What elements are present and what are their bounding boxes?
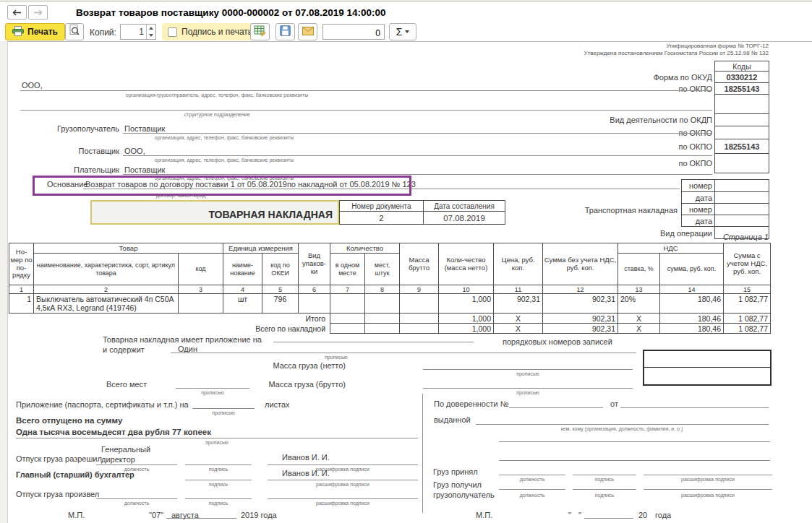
- underline: [171, 353, 636, 353]
- underline: [185, 480, 252, 480]
- underline: [20, 90, 712, 91]
- transport-date-label-cell: дата: [681, 215, 715, 227]
- transport-number-label-cell: номер: [681, 203, 715, 215]
- group-header-quantity: Количество: [330, 243, 400, 254]
- forward-button[interactable]: [28, 5, 48, 20]
- col-header-row-number: Но-мер по по-рядку: [9, 243, 34, 285]
- stamp-label: М.П.: [68, 511, 85, 519]
- dropdown-arrow-icon: [405, 30, 409, 33]
- quote-mark: ": [568, 511, 571, 519]
- copies-decrement-button[interactable]: [147, 32, 155, 39]
- year-value: 2019 года: [241, 511, 277, 519]
- payer-label: Плательщик: [14, 165, 119, 174]
- underline: [499, 460, 770, 461]
- mass-brutto-box: [644, 368, 770, 384]
- form-approval-note: Утверждена постановлением Госкомстата Ро…: [434, 50, 769, 56]
- save-button[interactable]: [275, 23, 295, 40]
- counter-field[interactable]: [322, 24, 385, 40]
- total-places-label: Всего мест: [106, 380, 147, 389]
- signature-name-caption: расшифровка подписи: [268, 501, 418, 506]
- sign-print-checkbox[interactable]: [168, 27, 177, 37]
- underline: [20, 110, 712, 111]
- empty-code-cell: [714, 94, 769, 114]
- underline: [499, 475, 565, 475]
- copies-label: Копий:: [90, 27, 116, 38]
- cell-row-number: 1: [9, 294, 34, 314]
- copies-stepper[interactable]: 1: [120, 24, 156, 40]
- annotation-highlight: [33, 176, 411, 196]
- doc-date-value-cell: 07.08.2019: [423, 211, 505, 225]
- signature-caption: подпись: [573, 493, 636, 498]
- contains-label: и содержит: [103, 345, 145, 354]
- okud-label: Форма по ОКУД: [506, 73, 712, 82]
- underline: [273, 342, 474, 342]
- underline: [573, 489, 636, 490]
- signature-caption: подпись: [185, 482, 252, 487]
- org-caption: организация, адрес, телефон, факс, банко…: [72, 135, 376, 140]
- underline: [268, 480, 418, 480]
- in-words-caption: прописью: [441, 371, 615, 376]
- year20-label: 20: [638, 511, 647, 519]
- email-button[interactable]: [298, 23, 317, 40]
- print-button[interactable]: Печать: [5, 23, 65, 40]
- cell-okei: 796: [262, 294, 299, 314]
- issued-label: выданной: [434, 415, 471, 424]
- okpo-label: по ОКПО: [506, 142, 712, 151]
- in-words-caption: прописью: [185, 410, 262, 415]
- forward-arrow-icon: [33, 6, 43, 19]
- back-arrow-icon: [12, 6, 22, 19]
- transport-number-value-cell: [714, 203, 769, 215]
- codes-header-cell: Коды: [714, 61, 769, 72]
- proxy-from-label: от: [610, 399, 618, 408]
- okpo-label: по ОКПО: [506, 85, 712, 93]
- supplier-label: Поставщик: [14, 147, 119, 155]
- doc-number-header-cell: Номер документа: [339, 200, 424, 212]
- col-header-okei: код по ОКЕИ: [262, 254, 299, 285]
- preview-button[interactable]: [65, 23, 84, 40]
- cell-quantity: 1,000: [439, 294, 494, 314]
- cell-total: 1 082,77: [724, 294, 771, 314]
- cell-vat-rate: 20%: [618, 294, 660, 314]
- cell-vat-amount: 180,46: [660, 294, 724, 314]
- division-caption: структурное подразделение: [29, 112, 405, 117]
- shipper-caption: организация-грузоотправитель, адрес, тел…: [29, 92, 405, 98]
- page-number: Страница 1: [680, 233, 769, 241]
- okpo-label: по ОКПО: [506, 159, 712, 168]
- underline: [476, 424, 769, 425]
- col-header-in-one-place: в одном месте: [330, 254, 365, 285]
- position-caption: должность: [499, 493, 565, 498]
- save-diskette-icon: [280, 25, 291, 39]
- sum-button[interactable]: Σ: [389, 23, 416, 40]
- total-in-words: Одна тысяча восемьдесят два рубля 77 коп…: [16, 428, 211, 436]
- sigma-label: Σ: [396, 26, 403, 38]
- date-label-cell: дата: [681, 191, 715, 204]
- document-title-box: ТОВАРНАЯ НАКЛАДНАЯ: [90, 200, 339, 225]
- number-value-cell: [714, 179, 769, 192]
- copies-value[interactable]: 1: [121, 25, 146, 39]
- underline: [573, 475, 636, 475]
- chief-accountant-label: Главный (старший) бухгалтер: [16, 470, 134, 479]
- window-edge: [0, 0, 812, 2]
- mass-boxes: [643, 350, 772, 386]
- okdp-label: Вид деятельности по ОКДП: [506, 116, 712, 124]
- supplier-value: ООО,: [124, 147, 145, 155]
- cargo-received-label: Груз получил грузополучатель: [433, 480, 504, 500]
- underline: [268, 498, 418, 499]
- group-header-vat: НДС: [618, 243, 724, 254]
- mass-brutto-label: Масса груза (брутто): [224, 380, 346, 389]
- form-type-note: Унифицированная форма № ТОРГ-12: [506, 43, 769, 49]
- signature-name-caption: расшифровка подписи: [268, 482, 418, 487]
- col-header-net-quantity: Коли-чество (масса нетто): [439, 243, 494, 285]
- print-button-label: Печать: [27, 27, 58, 37]
- table-settings-button[interactable]: [250, 23, 270, 40]
- section-divider: [422, 394, 423, 513]
- back-button[interactable]: [7, 5, 27, 20]
- year-word-label: года: [655, 511, 671, 519]
- number-label-cell: номер: [681, 179, 715, 192]
- copies-increment-button[interactable]: [147, 25, 155, 32]
- underline: [423, 388, 633, 389]
- in-words-caption: прописью: [239, 355, 434, 360]
- signature-caption: подпись: [573, 477, 636, 482]
- table-edit-icon: [254, 25, 266, 39]
- col-header-price: Цена, руб. коп.: [494, 243, 543, 285]
